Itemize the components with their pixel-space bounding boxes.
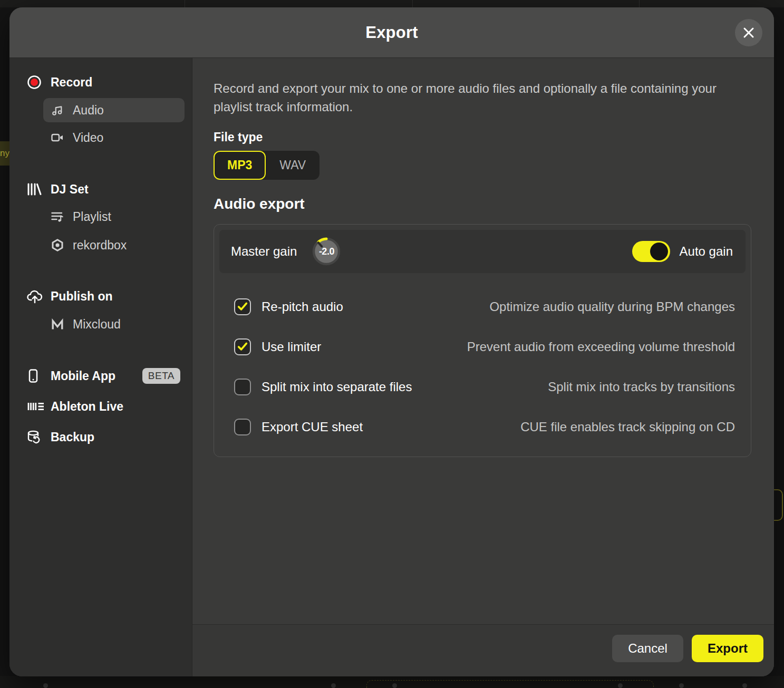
background-track-label: ny: [0, 141, 9, 166]
sidebar-item-rekordbox[interactable]: rekordbox: [43, 233, 185, 257]
option-description: Optimize audio quality during BPM change…: [489, 299, 735, 314]
option-label: Use limiter: [262, 340, 321, 354]
sidebar-item-dj-set[interactable]: DJ Set: [9, 178, 192, 201]
audio-export-heading: Audio export: [214, 196, 751, 212]
split-mix-checkbox[interactable]: [234, 379, 251, 395]
export-sidebar: Record Audio: [9, 58, 192, 676]
sidebar-item-label: Ableton Live: [51, 400, 123, 414]
sidebar-item-label: Backup: [51, 430, 94, 444]
option-row-cue-sheet[interactable]: Export CUE sheet CUE file enables track …: [219, 407, 746, 447]
sidebar-item-record[interactable]: Record: [9, 71, 192, 94]
file-type-option-wav[interactable]: WAV: [266, 151, 320, 180]
background-waveform-strip: [0, 0, 784, 7]
beta-badge: BETA: [142, 368, 180, 384]
sidebar-item-label: Record: [51, 75, 92, 90]
dialog-title: Export: [365, 23, 418, 42]
option-description: CUE file enables track skipping on CD: [520, 420, 735, 434]
toggle-thumb: [650, 243, 668, 260]
auto-gain-label: Auto gain: [680, 244, 733, 259]
checkmark-icon: [236, 300, 249, 314]
sidebar-item-label: Mobile App: [51, 369, 115, 383]
option-label: Split mix into separate files: [262, 380, 412, 394]
file-type-label: File type: [214, 130, 751, 144]
option-row-repitch[interactable]: Re-pitch audio Optimize audio quality du…: [219, 287, 746, 327]
sidebar-item-label: Mixcloud: [73, 317, 121, 332]
sidebar-item-video[interactable]: Video: [43, 125, 185, 150]
checkmark-icon: [236, 340, 249, 354]
sidebar-item-label: Publish on: [51, 289, 113, 304]
cue-sheet-checkbox[interactable]: [234, 419, 251, 435]
auto-gain-toggle[interactable]: [632, 241, 670, 262]
sidebar-item-label: Playlist: [73, 210, 111, 224]
library-icon: [26, 182, 45, 196]
sidebar-item-label: Audio: [73, 103, 104, 118]
sidebar-item-playlist[interactable]: Playlist: [43, 205, 185, 229]
background-drop-zone: [366, 680, 654, 688]
option-description: Prevent audio from exceeding volume thre…: [467, 340, 735, 354]
master-gain-row: Master gain -2.0 Auto gain: [219, 230, 746, 273]
option-row-limiter[interactable]: Use limiter Prevent audio from exceeding…: [219, 327, 746, 367]
sidebar-item-backup[interactable]: Backup: [9, 425, 192, 449]
mixcloud-icon: [51, 318, 67, 331]
ableton-icon: [26, 400, 45, 413]
close-button[interactable]: [735, 19, 762, 46]
audio-export-card: Master gain -2.0 Auto gain: [214, 224, 751, 457]
option-label: Export CUE sheet: [262, 420, 363, 434]
export-options-list: Re-pitch audio Optimize audio quality du…: [219, 273, 746, 451]
export-dialog: Export Record: [9, 7, 774, 676]
playlist-icon: [51, 210, 67, 223]
sidebar-item-mobile-app[interactable]: Mobile App BETA: [9, 364, 192, 387]
export-description: Record and export your mix to one or mor…: [214, 79, 751, 116]
close-icon: [742, 26, 756, 40]
video-camera-icon: [51, 131, 67, 144]
repitch-checkbox[interactable]: [234, 298, 251, 315]
sidebar-item-label: Video: [73, 131, 103, 145]
sidebar-item-label: DJ Set: [51, 182, 89, 197]
file-type-segmented-control: MP3 WAV: [214, 151, 320, 180]
option-description: Split mix into tracks by transitions: [548, 380, 735, 394]
background-bottom-strip: [0, 676, 784, 688]
option-row-split-mix[interactable]: Split mix into separate files Split mix …: [219, 367, 746, 407]
dialog-titlebar: Export: [9, 7, 774, 58]
master-gain-knob[interactable]: -2.0: [312, 237, 341, 266]
cloud-upload-icon: [26, 289, 45, 304]
dialog-footer: Cancel Export: [192, 624, 774, 676]
phone-icon: [26, 369, 45, 383]
sidebar-item-publish-on[interactable]: Publish on: [9, 285, 192, 308]
master-gain-label: Master gain: [231, 244, 297, 259]
export-main-panel: Record and export your mix to one or mor…: [192, 58, 774, 676]
export-button[interactable]: Export: [692, 635, 763, 662]
sidebar-item-mixcloud[interactable]: Mixcloud: [43, 312, 185, 336]
backup-icon: [26, 430, 45, 444]
option-label: Re-pitch audio: [262, 299, 343, 314]
sidebar-item-label: rekordbox: [73, 238, 127, 253]
cancel-button[interactable]: Cancel: [612, 635, 683, 662]
limiter-checkbox[interactable]: [234, 338, 251, 355]
record-icon: [26, 74, 45, 90]
sidebar-item-ableton-live[interactable]: Ableton Live: [9, 395, 192, 418]
file-type-option-mp3[interactable]: MP3: [214, 151, 266, 180]
music-note-icon: [51, 104, 67, 117]
sidebar-item-audio[interactable]: Audio: [43, 98, 185, 122]
master-gain-value: -2.0: [312, 237, 341, 266]
rekordbox-icon: [51, 238, 67, 252]
